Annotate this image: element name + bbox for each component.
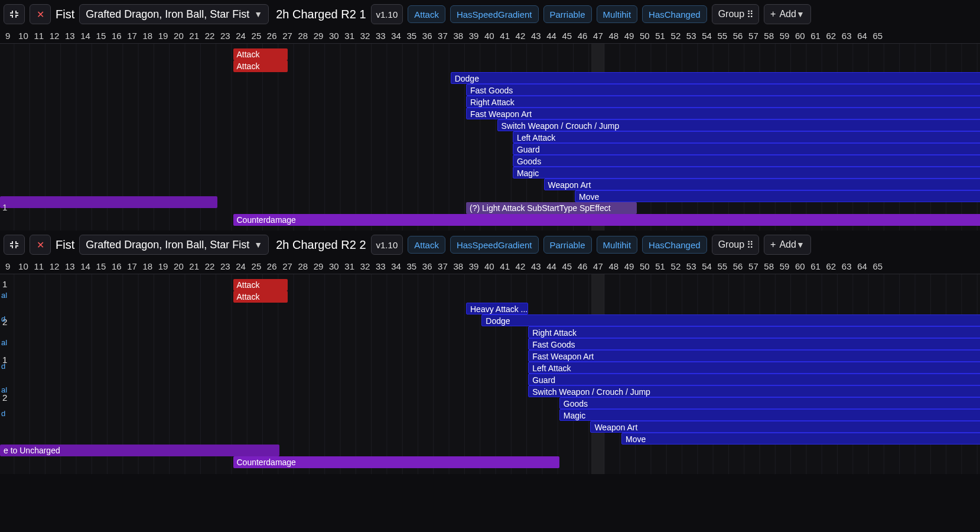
timeline-bar[interactable]: Dodge xyxy=(451,72,980,84)
timeline-bar[interactable]: Dodge xyxy=(481,314,980,326)
add-button[interactable]: +Add ▼ xyxy=(764,235,811,255)
timeline-bar[interactable]: Counterdamage xyxy=(233,214,981,226)
frame-tick: 43 xyxy=(528,31,543,41)
frame-ruler: 9101112131415161718192021222324252627282… xyxy=(0,28,980,44)
weapon-select-label: Grafted Dragon, Iron Ball, Star Fist xyxy=(86,8,249,21)
timeline-bar[interactable]: Goods xyxy=(559,397,980,409)
version-badge[interactable]: v1.10 xyxy=(371,235,403,255)
timeline-area[interactable]: AttackAttackDodgeFast GoodsRight AttackF… xyxy=(0,44,980,231)
frame-tick: 13 xyxy=(62,31,77,41)
chevron-down-icon: ▼ xyxy=(796,9,805,19)
timeline-bar[interactable]: (?) Light Attack SubStartType SpEffect xyxy=(466,202,637,214)
timeline-bar[interactable]: Attack xyxy=(233,48,288,60)
close-button[interactable]: ✕ xyxy=(30,4,51,24)
frame-tick: 50 xyxy=(637,261,652,271)
filter-tag[interactable]: Multihit xyxy=(597,5,638,23)
group-button[interactable]: Group ⠿ xyxy=(712,235,759,255)
frame-tick: 63 xyxy=(839,31,854,41)
timeline-bar[interactable]: Goods xyxy=(513,155,980,167)
timeline-bar[interactable]: Magic xyxy=(513,167,980,179)
row-index: 1 xyxy=(2,279,7,289)
chevron-down-icon: ▼ xyxy=(254,240,262,249)
frame-tick: 41 xyxy=(497,31,513,41)
frame-tick: 40 xyxy=(481,261,497,271)
timeline-bar[interactable]: Right Attack xyxy=(466,96,980,108)
frame-tick: 56 xyxy=(730,261,745,271)
timeline-bar[interactable]: Weapon Art xyxy=(544,179,981,190)
toolbar: ✕FistGrafted Dragon, Iron Ball, Star Fis… xyxy=(0,0,980,28)
timeline-bar[interactable]: Fast Goods xyxy=(466,84,980,96)
frame-tick: 35 xyxy=(404,261,419,271)
weapon-select[interactable]: Grafted Dragon, Iron Ball, Star Fist▼ xyxy=(79,4,269,24)
timeline-bar[interactable]: Attack xyxy=(233,60,288,72)
frame-tick: 64 xyxy=(854,261,870,271)
frame-tick: 61 xyxy=(808,31,823,41)
close-button[interactable]: ✕ xyxy=(30,235,51,255)
timeline-bar[interactable]: Fast Goods xyxy=(528,338,980,350)
frame-tick: 54 xyxy=(699,31,714,41)
add-button[interactable]: +Add ▼ xyxy=(764,4,811,24)
frame-tick: 65 xyxy=(870,261,885,271)
timeline-bar[interactable]: Guard xyxy=(528,374,980,385)
timeline-bar[interactable]: Attack xyxy=(233,279,288,291)
timeline-bar[interactable]: Switch Weapon / Crouch / Jump xyxy=(528,385,980,397)
frame-tick: 36 xyxy=(419,261,435,271)
timeline-bar[interactable]: Weapon Art xyxy=(590,421,980,433)
timeline-bar[interactable]: Guard xyxy=(513,143,980,155)
filter-tag[interactable]: Attack xyxy=(408,236,445,254)
frame-tick: 18 xyxy=(140,31,155,41)
timeline-bar[interactable]: Fast Weapon Art xyxy=(528,350,980,362)
frame-tick: 51 xyxy=(652,31,668,41)
frame-tick: 52 xyxy=(668,261,683,271)
version-badge[interactable]: v1.10 xyxy=(371,4,403,24)
timeline-bar[interactable]: Move xyxy=(575,190,980,202)
timeline-bar[interactable]: Right Attack xyxy=(528,326,980,338)
filter-tag[interactable]: Attack xyxy=(408,5,445,23)
frame-tick: 59 xyxy=(777,31,792,41)
filter-tag[interactable]: Parriable xyxy=(543,5,592,23)
group-icon: ⠿ xyxy=(747,239,753,251)
frame-tick: 49 xyxy=(621,261,637,271)
timeline-bar[interactable]: Counterdamage xyxy=(233,456,559,468)
frame-tick: 53 xyxy=(683,261,699,271)
timeline-bar[interactable]: Fast Weapon Art xyxy=(466,108,980,119)
timeline-area[interactable]: AttackAttackHeavy Attack ...DodgeRight A… xyxy=(0,274,980,474)
frame-tick: 23 xyxy=(217,31,233,41)
frame-tick: 28 xyxy=(295,261,311,271)
frame-tick: 37 xyxy=(435,261,450,271)
timeline-bar[interactable]: Left Attack xyxy=(528,362,980,374)
toolbar: ✕FistGrafted Dragon, Iron Ball, Star Fis… xyxy=(0,231,980,259)
chevron-down-icon: ▼ xyxy=(796,240,805,249)
frame-tick: 26 xyxy=(264,261,279,271)
row-sublabel: d xyxy=(1,362,5,371)
frame-tick: 62 xyxy=(823,31,839,41)
group-button[interactable]: Group ⠿ xyxy=(712,4,759,24)
compress-icon[interactable] xyxy=(4,235,25,255)
timeline-bar[interactable]: e to Uncharged xyxy=(0,445,279,456)
filter-tag[interactable]: HasSpeedGradient xyxy=(450,5,539,23)
frame-tick: 35 xyxy=(404,31,419,41)
frame-tick: 12 xyxy=(47,261,62,271)
weapon-select[interactable]: Grafted Dragon, Iron Ball, Star Fist▼ xyxy=(79,235,269,255)
timeline-bar[interactable]: Left Attack xyxy=(513,131,980,143)
timeline-bar[interactable]: Attack xyxy=(233,291,288,303)
compress-icon[interactable] xyxy=(4,4,25,24)
frame-tick: 49 xyxy=(621,31,637,41)
filter-tag[interactable]: HasChanged xyxy=(642,236,707,254)
frame-tick: 32 xyxy=(357,31,373,41)
filter-tag[interactable]: Parriable xyxy=(543,236,592,254)
plus-icon: + xyxy=(770,239,776,250)
frame-tick: 33 xyxy=(373,261,388,271)
frame-tick: 44 xyxy=(543,31,559,41)
timeline-bar[interactable]: Heavy Attack ... xyxy=(466,303,528,314)
timeline-bar[interactable]: Move xyxy=(621,433,980,445)
filter-tag[interactable]: Multihit xyxy=(597,236,638,254)
frame-tick: 25 xyxy=(249,31,264,41)
frame-tick: 36 xyxy=(419,31,435,41)
timeline-bar[interactable] xyxy=(0,196,217,208)
timeline-bar[interactable]: Switch Weapon / Crouch / Jump xyxy=(497,119,980,131)
timeline-bar[interactable]: Magic xyxy=(559,409,980,421)
filter-tag[interactable]: HasSpeedGradient xyxy=(450,236,539,254)
filter-tag[interactable]: HasChanged xyxy=(642,5,707,23)
frame-tick: 11 xyxy=(31,31,47,41)
